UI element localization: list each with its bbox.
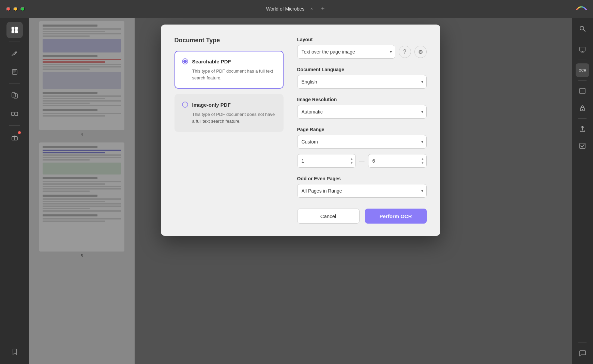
tab-bar: World of Microbes × + xyxy=(266,5,327,13)
annotate-icon[interactable] xyxy=(6,45,23,62)
document-language-section: Document Language English French German … xyxy=(297,67,427,89)
ocr-modal: Document Type Searchable PDF This type o… xyxy=(161,25,440,236)
main-content: 4 xyxy=(29,18,572,364)
layout-help-button[interactable]: ? xyxy=(399,46,411,58)
image-resolution-label: Image Resolution xyxy=(297,97,427,102)
resolution-select-wrapper: Automatic 72 DPI 150 DPI 300 DPI ▾ xyxy=(297,105,427,119)
search-icon[interactable] xyxy=(576,22,589,35)
layout-select-container: Text over the page image Text under the … xyxy=(297,45,395,59)
page-to-wrapper: ▲ ▼ xyxy=(368,154,427,168)
perform-ocr-button[interactable]: Perform OCR xyxy=(365,209,427,224)
document-type-section: Document Type Searchable PDF This type o… xyxy=(174,37,284,224)
page-from-input[interactable] xyxy=(297,154,356,168)
gift-icon[interactable] xyxy=(6,129,23,146)
scan-icon[interactable] xyxy=(576,84,589,98)
arc-logo xyxy=(576,3,587,14)
chat-icon[interactable] xyxy=(576,346,589,360)
right-sidebar: OCR xyxy=(572,18,593,364)
page-from-spinners: ▲ ▼ xyxy=(350,157,354,165)
right-divider-1 xyxy=(578,39,587,39)
image-only-pdf-card[interactable]: Image-only PDF This type of PDF document… xyxy=(174,94,284,132)
svg-point-17 xyxy=(580,26,584,30)
odd-even-section: Odd or Even Pages All Pages in Range Odd… xyxy=(297,176,427,198)
check-icon[interactable] xyxy=(576,139,589,153)
modal-settings: Layout Text over the page image Text und… xyxy=(297,37,427,224)
radio-imageonly[interactable] xyxy=(182,102,188,108)
svg-rect-3 xyxy=(15,30,18,33)
page-to-down[interactable]: ▼ xyxy=(421,161,425,165)
document-type-title: Document Type xyxy=(174,37,284,44)
bookmark-icon[interactable] xyxy=(6,344,23,360)
page-range-select-wrapper: All Pages Current Page Custom ▾ xyxy=(297,135,427,149)
maximize-button[interactable] xyxy=(20,7,25,11)
svg-rect-0 xyxy=(12,27,14,30)
language-select-wrapper: English French German Spanish Auto-detec… xyxy=(297,75,427,89)
pages-icon[interactable] xyxy=(6,87,23,104)
minimize-button[interactable] xyxy=(13,7,18,11)
svg-rect-2 xyxy=(12,30,14,33)
sidebar-divider-2 xyxy=(9,84,20,84)
layout-select-wrapper: Text over the page image Text under the … xyxy=(297,45,395,59)
sidebar-divider-1 xyxy=(9,42,20,42)
title-bar: World of Microbes × + xyxy=(0,0,593,18)
share-icon[interactable] xyxy=(576,122,589,136)
card-header-imageonly: Image-only PDF xyxy=(182,102,276,108)
ocr-icon[interactable]: OCR xyxy=(576,63,589,77)
odd-even-label: Odd or Even Pages xyxy=(297,176,427,181)
page-to-up[interactable]: ▲ xyxy=(421,157,425,161)
gift-badge xyxy=(18,131,21,134)
page-from-wrapper: ▲ ▼ xyxy=(297,154,356,168)
sidebar-divider-4 xyxy=(9,340,20,340)
searchable-pdf-card[interactable]: Searchable PDF This type of PDF document… xyxy=(174,51,284,89)
edit-icon[interactable] xyxy=(6,64,23,80)
combine-icon[interactable] xyxy=(6,106,23,122)
page-range-row: ▲ ▼ — ▲ ▼ xyxy=(297,154,427,168)
traffic-lights xyxy=(6,7,25,11)
resolution-select[interactable]: Automatic 72 DPI 150 DPI 300 DPI xyxy=(297,105,427,119)
present-icon[interactable] xyxy=(576,43,589,56)
svg-line-4 xyxy=(15,52,16,53)
page-range-select[interactable]: All Pages Current Page Custom xyxy=(297,135,427,149)
odd-even-select[interactable]: All Pages in Range Odd Pages Only Even P… xyxy=(297,184,427,198)
right-divider-2 xyxy=(578,60,587,60)
radio-searchable[interactable] xyxy=(182,58,188,64)
image-resolution-section: Image Resolution Automatic 72 DPI 150 DP… xyxy=(297,97,427,119)
odd-even-select-wrapper: All Pages in Range Odd Pages Only Even P… xyxy=(297,184,427,198)
svg-rect-9 xyxy=(12,93,15,97)
svg-rect-1 xyxy=(15,27,18,30)
new-tab-button[interactable]: + xyxy=(319,5,327,13)
tab-title[interactable]: World of Microbes xyxy=(266,6,305,12)
tab-close-button[interactable]: × xyxy=(308,6,315,12)
modal-body: Document Type Searchable PDF This type o… xyxy=(174,37,427,224)
right-divider-5 xyxy=(578,343,587,343)
page-from-down[interactable]: ▼ xyxy=(350,161,354,165)
page-to-input[interactable] xyxy=(368,154,427,168)
lock-icon[interactable] xyxy=(576,101,589,115)
layout-select[interactable]: Text over the page image Text under the … xyxy=(297,45,395,59)
document-language-label: Document Language xyxy=(297,67,427,72)
svg-rect-12 xyxy=(15,112,18,116)
searchable-pdf-title: Searchable PDF xyxy=(192,59,231,64)
image-only-pdf-desc: This type of PDF document does not have … xyxy=(182,111,276,124)
page-from-up[interactable]: ▲ xyxy=(350,157,354,161)
card-header-searchable: Searchable PDF xyxy=(182,58,276,64)
modal-actions: Cancel Perform OCR xyxy=(297,209,427,224)
language-select[interactable]: English French German Spanish Auto-detec… xyxy=(297,75,427,89)
range-dash: — xyxy=(359,158,365,164)
svg-point-25 xyxy=(582,109,583,110)
layout-settings-button[interactable]: ⚙ xyxy=(414,46,427,58)
layout-row: Text over the page image Text under the … xyxy=(297,45,427,59)
image-only-pdf-title: Image-only PDF xyxy=(192,102,231,108)
right-divider-4 xyxy=(578,118,587,119)
left-sidebar xyxy=(0,18,29,364)
svg-line-18 xyxy=(583,30,585,31)
cancel-button[interactable]: Cancel xyxy=(297,209,360,224)
thumbnails-icon[interactable] xyxy=(6,22,23,38)
sidebar-divider-3 xyxy=(9,125,20,126)
searchable-pdf-desc: This type of PDF document has a full tex… xyxy=(182,68,276,81)
svg-rect-19 xyxy=(580,47,585,51)
layout-label: Layout xyxy=(297,37,427,42)
layout-section: Layout Text over the page image Text und… xyxy=(297,37,427,59)
close-button[interactable] xyxy=(6,7,11,11)
page-to-spinners: ▲ ▼ xyxy=(421,157,425,165)
